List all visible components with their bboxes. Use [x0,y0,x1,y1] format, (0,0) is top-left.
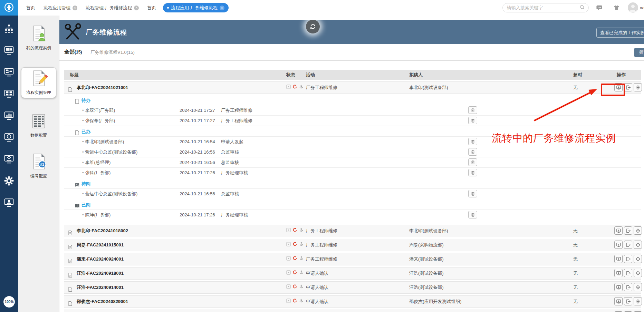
row-title[interactable]: 周旻-FAC20241015001 [77,239,124,251]
anchor-status-icon [299,253,304,265]
rail-item-app-grid[interactable] [0,84,18,105]
delete-button[interactable] [468,117,477,124]
track-op-button[interactable] [614,297,623,305]
sidebar-item-data-grid[interactable]: 数据配置 [18,111,59,138]
column-header: 标题 [70,70,79,80]
section-header-已办[interactable]: 已办 [64,127,641,136]
refresh-button[interactable] [306,20,320,33]
trash-icon [471,160,475,165]
tab-version[interactable]: 厂务维修流程V1.0(15) [90,49,135,56]
delete-button[interactable] [468,190,477,197]
row-title[interactable]: 李北印-FAC20241021001 [77,82,128,94]
breadcrumb-tab[interactable]: 首页 [146,3,157,12]
username-label[interactable]: xadmin [640,5,644,10]
export-op-button[interactable] [624,241,632,249]
tab-all[interactable]: 全部(15) [64,49,82,55]
diagram-op-button[interactable] [634,241,642,249]
task-entry: •李双江(厂务部)2024-10-21 17:27厂务工程师维修 [64,105,641,115]
global-search [502,3,589,12]
filter-button[interactable]: 筛选 [634,48,644,57]
delete-button[interactable] [468,148,477,156]
track-op-button[interactable] [614,269,623,277]
rail-item-service-config[interactable] [0,149,18,170]
export-op-button[interactable] [624,297,632,305]
row-status [286,310,304,312]
rail-item-app-doc[interactable] [0,40,18,62]
delete-button[interactable] [468,211,477,218]
track-op-button[interactable] [614,283,623,291]
export-op-button[interactable] [624,226,632,235]
diagram-op-button[interactable] [634,283,642,291]
sidebar-item-doc-number[interactable]: #1编号配置 [18,152,59,179]
task-entry: •营运中心总监(测试设备部)2024-10-21 16:56总监审核 [64,188,641,199]
section-header-待办[interactable]: 待办 [64,96,641,105]
rail-item-settings-gear[interactable] [0,170,18,192]
delete-button[interactable] [468,138,477,145]
track-op-button[interactable] [614,226,623,235]
anchor-status-icon [299,296,304,308]
table-row[interactable]: 李北印-FAC20241018002厂务工程师维修李北印(测试设备部)无 [64,225,641,237]
export-op-button[interactable] [624,283,632,291]
track-op-button[interactable] [614,83,623,91]
search-input[interactable] [506,5,579,11]
table-row[interactable]: 潘来-FAC20240924001厂务工程师维修潘来(测试设备部)无 [64,253,641,265]
track-op-button[interactable] [614,241,623,249]
breadcrumb-tab[interactable]: 流程应用-厂务维修流程× [163,3,228,12]
sidebar-item-doc-user[interactable]: 我的流程实例 [18,24,59,51]
app-sidebar: 我的流程实例流程实例管理数据配置#1编号配置 [18,16,59,312]
entry-activity: 厂务工程师维修 [221,105,252,115]
table-row[interactable]: 汪浩-FAC20240918001申请人确认汪浩(测试设备部)无 [64,267,641,280]
sidebar-item-doc-pencil[interactable]: 流程实例管理 [21,67,56,98]
rail-item-org-structure[interactable] [0,18,18,40]
track-op-button[interactable] [614,255,623,263]
row-title[interactable]: 邵俊杰-FAC20240829001 [77,296,128,308]
diagram-op-button[interactable] [634,226,642,235]
diagram-op-button[interactable] [634,83,642,91]
section-header-已阅[interactable]: 已阅 [64,201,641,209]
table-row[interactable]: 汪浩-FAC20240914001申请人确认汪浩(测试设备部)无 [64,281,641,294]
rail-item-alert-monitor[interactable] [0,127,18,149]
org-structure-icon [4,23,14,35]
diagram-op-button[interactable] [634,269,642,277]
table-row[interactable]: 周旻-FAC20241015001厂务工程师维修周旻(采购物流部)无 [64,239,641,251]
export-op-button[interactable] [624,83,632,91]
close-icon[interactable]: × [73,6,77,10]
export-op-button[interactable] [624,255,632,263]
rail-item-report-chart[interactable] [0,105,18,127]
table-row[interactable]: 李北印-FAC20241021001厂务工程师维修李北印(测试设备部)无 [64,81,641,94]
tshirt-icon[interactable] [613,4,620,12]
close-icon[interactable]: × [134,6,139,10]
avatar[interactable] [628,2,638,13]
diagram-op-button[interactable] [634,297,642,305]
anchor-status-icon [299,310,304,312]
row-title[interactable]: 李北印-FAC20241018002 [77,225,128,237]
row-drafter: 潘来(测试设备部) [409,253,444,265]
app-logo[interactable] [0,0,18,16]
diagram-op-button[interactable] [634,255,642,263]
close-icon[interactable]: × [220,6,224,10]
delete-button[interactable] [468,106,477,114]
row-title[interactable]: 汪浩-FAC20240715001 [77,310,124,312]
rail-item-user-support[interactable] [0,192,18,214]
play-box-status-icon [286,253,291,265]
zoom-level-badge[interactable]: 100% [3,296,15,308]
entry-activity: 总监审核 [221,157,239,167]
export-op-button[interactable] [624,269,632,277]
rail-item-flow-design[interactable] [0,62,18,84]
topbar: 首页流程应用管理×流程管理-厂务维修流程×首页流程应用-厂务维修流程× xadm… [0,0,644,16]
row-title[interactable]: 潘来-FAC20240924001 [77,253,124,265]
breadcrumb-tab[interactable]: 流程管理-厂务维修流程× [84,3,140,12]
table-row[interactable]: 邵俊杰-FAC20240829001申请人确认邵俊杰(应用开发测试组织)无 [64,295,641,308]
delete-button[interactable] [468,169,477,176]
message-icon[interactable] [596,4,603,12]
row-title[interactable]: 汪浩-FAC20240918001 [77,267,124,279]
breadcrumb-tab[interactable]: 流程应用管理× [42,3,79,12]
view-completed-button[interactable]: 查看已完成的工作实例 [596,28,644,38]
breadcrumb-tab[interactable]: 首页 [25,3,37,12]
section-header-待阅[interactable]: 待阅 [64,179,641,188]
row-title[interactable]: 汪浩-FAC20240914001 [77,282,124,293]
trash-icon [471,213,475,217]
table-row[interactable]: 汪浩-FAC20240715001申请人确认汪浩(测试设备部)无 [64,310,641,312]
delete-button[interactable] [468,158,477,166]
search-icon[interactable] [579,4,585,11]
